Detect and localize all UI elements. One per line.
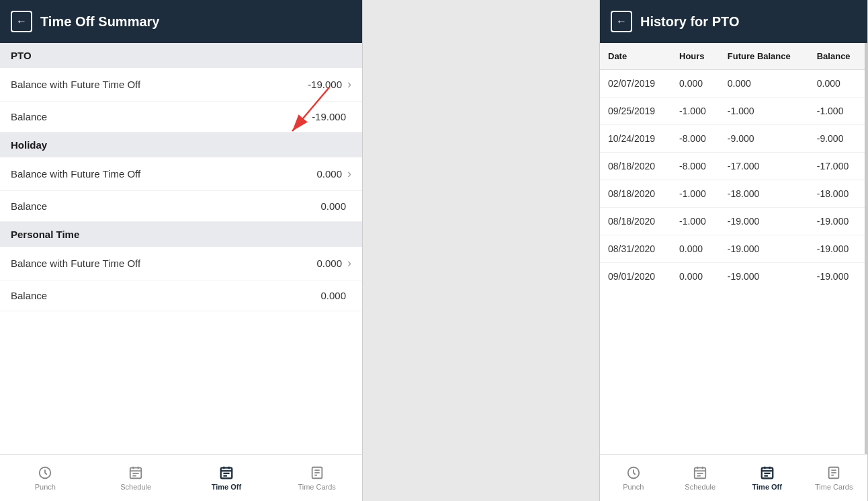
pto-section-header: PTO — [0, 43, 362, 68]
pto-balance-future-label: Balance with Future Time Off — [11, 79, 308, 90]
cell-balance: -17.000 — [809, 153, 865, 180]
table-row: 08/18/2020-8.000-17.000-17.000 — [600, 153, 865, 180]
table-row: 09/25/2019-1.000-1.000-1.000 — [600, 98, 865, 125]
holiday-balance-future-value: 0.000 — [316, 168, 342, 180]
cell-futureBalance: -17.000 — [720, 153, 809, 180]
cell-futureBalance: -18.000 — [720, 180, 809, 208]
table-row: 10/24/2019-8.000-9.000-9.000 — [600, 125, 865, 153]
left-nav-time-off[interactable]: Time Off — [181, 455, 272, 501]
cell-futureBalance: -19.000 — [720, 263, 809, 291]
right-schedule-icon — [693, 465, 707, 480]
cell-date: 09/01/2020 — [600, 263, 671, 291]
right-header: ← History for PTO — [600, 0, 867, 43]
history-table: Date Hours Future Balance Balance 02/07/… — [600, 43, 865, 290]
left-panel-title: Time Off Summary — [40, 14, 159, 30]
holiday-balance-value: 0.000 — [320, 200, 346, 212]
schedule-icon — [128, 465, 143, 480]
right-nav-punch[interactable]: Punch — [600, 455, 667, 501]
cell-balance: -18.000 — [809, 180, 865, 208]
cell-balance: -19.000 — [809, 208, 865, 235]
punch-icon — [38, 465, 52, 480]
left-nav-punch[interactable]: Punch — [0, 455, 91, 501]
cell-futureBalance: -19.000 — [720, 208, 809, 235]
right-content: Date Hours Future Balance Balance 02/07/… — [600, 43, 867, 454]
pto-balance-row: Balance -19.000 — [0, 102, 362, 132]
cell-futureBalance: -19.000 — [720, 235, 809, 263]
right-panel: ← History for PTO Date Hours Future Bala… — [599, 0, 868, 501]
right-bottom-nav: Punch Schedule Time Off — [600, 454, 867, 501]
cell-hours: 0.000 — [671, 263, 720, 291]
cell-hours: -1.000 — [671, 208, 720, 235]
col-date: Date — [600, 43, 671, 70]
time-cards-icon — [310, 465, 324, 480]
table-header-row: Date Hours Future Balance Balance — [600, 43, 865, 70]
right-nav-schedule[interactable]: Schedule — [667, 455, 734, 501]
right-nav-time-cards-label: Time Cards — [815, 483, 853, 491]
cell-futureBalance: 0.000 — [720, 70, 809, 98]
right-nav-punch-label: Punch — [623, 483, 644, 491]
left-content: PTO Balance with Future Time Off -19.000… — [0, 43, 362, 454]
col-hours: Hours — [671, 43, 720, 70]
cell-balance: -1.000 — [809, 98, 865, 125]
pto-balance-value: -19.000 — [312, 111, 346, 122]
holiday-balance-label: Balance — [11, 200, 320, 212]
holiday-balance-future-row[interactable]: Balance with Future Time Off 0.000 › — [0, 157, 362, 191]
right-time-cards-icon — [826, 465, 841, 480]
left-nav-punch-label: Punch — [35, 483, 56, 491]
time-off-icon-active — [219, 465, 234, 480]
personal-time-section-header: Personal Time — [0, 222, 362, 247]
right-back-button[interactable]: ← — [611, 11, 632, 32]
left-nav-schedule-label: Schedule — [120, 483, 151, 491]
left-bottom-nav: Punch Schedule Time Off — [0, 454, 362, 501]
cell-hours: -8.000 — [671, 153, 720, 180]
table-row: 02/07/20190.0000.0000.000 — [600, 70, 865, 98]
right-punch-icon — [626, 465, 641, 480]
personal-balance-future-row[interactable]: Balance with Future Time Off 0.000 › — [0, 247, 362, 280]
personal-balance-row: Balance 0.000 — [0, 280, 362, 311]
cell-balance: -9.000 — [809, 125, 865, 153]
cell-hours: -8.000 — [671, 125, 720, 153]
left-nav-time-cards[interactable]: Time Cards — [271, 455, 362, 501]
personal-balance-value: 0.000 — [320, 290, 346, 301]
table-row: 08/18/2020-1.000-18.000-18.000 — [600, 180, 865, 208]
cell-date: 08/31/2020 — [600, 235, 671, 263]
right-nav-schedule-label: Schedule — [685, 483, 715, 491]
right-nav-time-off[interactable]: Time Off — [734, 455, 801, 501]
cell-balance: -19.000 — [809, 263, 865, 291]
right-nav-time-cards[interactable]: Time Cards — [801, 455, 868, 501]
cell-futureBalance: -9.000 — [720, 125, 809, 153]
holiday-balance-future-chevron: › — [347, 167, 351, 181]
cell-hours: 0.000 — [671, 70, 720, 98]
col-balance: Balance — [809, 43, 865, 70]
cell-balance: 0.000 — [809, 70, 865, 98]
cell-date: 09/25/2019 — [600, 98, 671, 125]
cell-hours: -1.000 — [671, 180, 720, 208]
left-nav-schedule[interactable]: Schedule — [91, 455, 181, 501]
pto-balance-future-value: -19.000 — [308, 79, 342, 90]
pto-balance-future-chevron: › — [347, 77, 351, 91]
holiday-balance-future-label: Balance with Future Time Off — [11, 168, 316, 180]
pto-balance-label: Balance — [11, 111, 312, 122]
cell-date: 08/18/2020 — [600, 180, 671, 208]
personal-balance-future-chevron: › — [347, 256, 351, 270]
col-future-balance: Future Balance — [720, 43, 809, 70]
pto-balance-future-row[interactable]: Balance with Future Time Off -19.000 › — [0, 68, 362, 102]
left-nav-time-off-label: Time Off — [212, 483, 241, 491]
cell-hours: -1.000 — [671, 98, 720, 125]
right-nav-time-off-label: Time Off — [752, 483, 782, 491]
personal-balance-label: Balance — [11, 290, 320, 301]
left-back-button[interactable]: ← — [11, 11, 32, 32]
cell-balance: -19.000 — [809, 235, 865, 263]
right-time-off-icon-active — [760, 465, 775, 480]
right-panel-title: History for PTO — [640, 14, 739, 30]
table-row: 08/18/2020-1.000-19.000-19.000 — [600, 208, 865, 235]
cell-date: 08/18/2020 — [600, 153, 671, 180]
left-nav-time-cards-label: Time Cards — [298, 483, 335, 491]
holiday-balance-row: Balance 0.000 — [0, 191, 362, 222]
left-header: ← Time Off Summary — [0, 0, 362, 43]
holiday-section-header: Holiday — [0, 132, 362, 157]
personal-balance-future-value: 0.000 — [316, 258, 342, 269]
cell-date: 10/24/2019 — [600, 125, 671, 153]
left-panel: ← Time Off Summary PTO Balance with Futu… — [0, 0, 363, 501]
cell-date: 08/18/2020 — [600, 208, 671, 235]
